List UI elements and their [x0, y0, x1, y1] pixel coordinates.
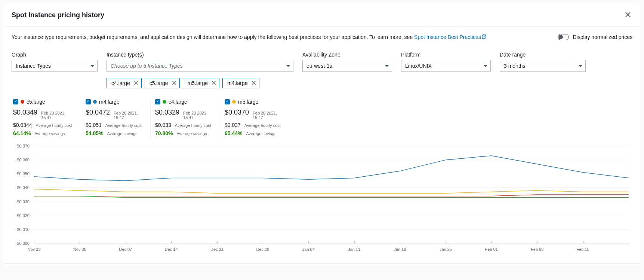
- chart-lines: [34, 146, 629, 243]
- az-label: Availability Zone: [302, 52, 392, 58]
- avg-savings: 65.44%: [225, 130, 242, 136]
- graph-select-value: Instance Types: [16, 63, 51, 69]
- chart: $0.000$0.010$0.020$0.030$0.040$0.050$0.0…: [12, 146, 632, 255]
- close-icon: [134, 80, 138, 85]
- remove-chip-button[interactable]: [172, 80, 176, 86]
- summary-cards: c5.large$0.0349Feb 20 2021, 15:47$0.0344…: [12, 99, 632, 139]
- series-checkbox[interactable]: [86, 99, 91, 104]
- series-color-dot: [232, 100, 236, 104]
- series-color-dot: [21, 100, 24, 104]
- chip-label: m4.large: [227, 80, 247, 86]
- chip-label: c5.large: [150, 80, 168, 86]
- summary-card: m4.large$0.0472Feb 20 2021, 15:47$0.051A…: [81, 99, 151, 139]
- x-tick-label: Jan 18: [394, 247, 406, 252]
- graph-select[interactable]: Instance Types: [12, 60, 98, 72]
- link-text: Spot Instance Best Practices: [414, 34, 481, 40]
- chevron-down-icon: [385, 65, 389, 67]
- y-tick-label: $0.040: [17, 185, 30, 190]
- x-tick-label: Jan 11: [348, 247, 360, 252]
- chart-y-axis: $0.000$0.010$0.020$0.030$0.040$0.050$0.0…: [12, 146, 32, 243]
- x-tick-label: Feb 15: [576, 247, 589, 252]
- close-icon: [172, 80, 176, 85]
- x-tick-label: Feb 01: [485, 247, 498, 252]
- intro-prefix: Your instance type requirements, budget …: [12, 34, 414, 40]
- y-tick-label: $0.020: [17, 213, 30, 218]
- series-name: c5.large: [27, 99, 45, 105]
- pricing-history-panel: Spot Instance pricing history Your insta…: [4, 4, 640, 264]
- close-icon: [252, 80, 256, 85]
- instance-chips: c4.largec5.largem5.largem4.large: [107, 78, 293, 88]
- x-tick-label: Dec 28: [256, 247, 269, 252]
- remove-chip-button[interactable]: [252, 80, 256, 86]
- panel-body: Your instance type requirements, budget …: [4, 27, 640, 264]
- series-name: c4.large: [169, 99, 187, 105]
- avg-hourly-cost: $0.0344: [13, 122, 32, 128]
- price-timestamp: Feb 20 2021, 15:47: [114, 111, 146, 120]
- summary-card: c5.large$0.0349Feb 20 2021, 15:47$0.0344…: [12, 99, 81, 139]
- avg-hourly-cost-label: Average hourly cost: [244, 123, 281, 128]
- x-tick-label: Nov 23: [28, 247, 41, 252]
- page-title: Spot Instance pricing history: [12, 11, 104, 19]
- avg-savings: 70.80%: [155, 130, 173, 136]
- summary-card: m5.large$0.0370Feb 20 2021, 15:47$0.037A…: [220, 99, 290, 139]
- chevron-down-icon: [90, 65, 94, 67]
- avg-hourly-cost-label: Average hourly cost: [105, 123, 142, 128]
- series-checkbox[interactable]: [13, 99, 18, 104]
- intro-row: Your instance type requirements, budget …: [12, 33, 632, 41]
- close-button[interactable]: [623, 9, 632, 21]
- instance-chip: c5.large: [145, 78, 180, 88]
- chart-x-axis: Nov 23Nov 30Dec 07Dec 14Dec 21Dec 28Jan …: [34, 247, 629, 255]
- date-range-select-value: 3 months: [504, 63, 526, 69]
- series-checkbox[interactable]: [225, 99, 230, 104]
- x-tick-label: Jan 04: [302, 247, 315, 252]
- graph-label: Graph: [12, 52, 98, 58]
- instance-types-label: Instance type(s): [107, 52, 293, 58]
- y-tick-label: $0.060: [17, 158, 30, 162]
- intro-text: Your instance type requirements, budget …: [12, 33, 543, 41]
- instance-chip: m4.large: [222, 78, 259, 88]
- platform-select-value: Linux/UNIX: [405, 63, 432, 69]
- chip-label: c4.large: [111, 80, 130, 86]
- series-checkbox[interactable]: [155, 99, 160, 104]
- remove-chip-button[interactable]: [134, 80, 138, 86]
- az-control: Availability Zone eu-west-1a: [302, 52, 392, 72]
- controls-row: Graph Instance Types Instance type(s) Ch…: [12, 52, 632, 88]
- x-tick-label: Dec 14: [165, 247, 178, 252]
- best-practices-link[interactable]: Spot Instance Best Practices: [414, 34, 486, 40]
- price-timestamp: Feb 20 2021, 15:47: [253, 111, 285, 120]
- avg-savings-label: Average savings: [107, 131, 137, 136]
- avg-savings-label: Average savings: [246, 131, 276, 136]
- date-range-select[interactable]: 3 months: [500, 60, 586, 72]
- current-price: $0.0349: [13, 109, 37, 116]
- y-tick-label: $0.030: [17, 200, 30, 204]
- normalized-prices-toggle-wrap: Display normalized prices: [558, 33, 632, 40]
- normalized-prices-toggle[interactable]: [558, 34, 569, 40]
- close-icon: [625, 12, 631, 18]
- series-name: m5.large: [238, 99, 258, 105]
- external-link-icon: [482, 33, 486, 41]
- platform-label: Platform: [401, 52, 491, 58]
- x-tick-label: Nov 30: [73, 247, 86, 252]
- remove-chip-button[interactable]: [212, 80, 216, 86]
- az-select-value: eu-west-1a: [306, 63, 332, 69]
- chevron-down-icon: [579, 65, 582, 67]
- series-line: [34, 189, 629, 193]
- current-price: $0.0370: [225, 109, 249, 116]
- current-price: $0.0472: [86, 109, 110, 116]
- az-select[interactable]: eu-west-1a: [302, 60, 392, 72]
- instance-types-select[interactable]: Choose up to 5 Instance Types: [107, 60, 293, 72]
- avg-hourly-cost: $0.051: [86, 122, 102, 128]
- toggle-label: Display normalized prices: [573, 34, 632, 40]
- platform-control: Platform Linux/UNIX: [401, 52, 491, 72]
- instance-types-control: Instance type(s) Choose up to 5 Instance…: [107, 52, 293, 88]
- avg-hourly-cost: $0.037: [225, 122, 241, 128]
- platform-select[interactable]: Linux/UNIX: [401, 60, 491, 72]
- chevron-down-icon: [484, 65, 487, 67]
- close-icon: [212, 80, 216, 85]
- chevron-down-icon: [286, 65, 290, 67]
- series-color-dot: [93, 100, 97, 104]
- chip-label: m5.large: [188, 80, 208, 86]
- toggle-knob: [558, 35, 563, 39]
- avg-savings: 54.05%: [86, 130, 103, 136]
- instance-types-placeholder: Choose up to 5 Instance Types: [111, 63, 183, 69]
